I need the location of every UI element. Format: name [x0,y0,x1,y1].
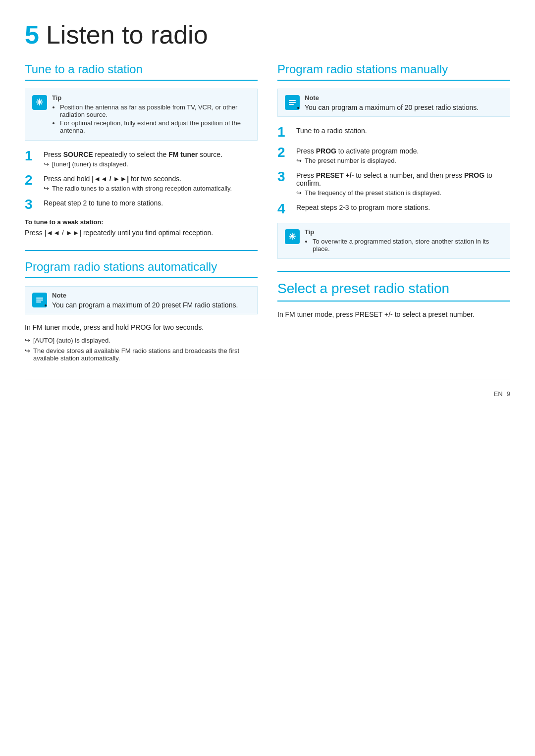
svg-text:✳: ✳ [288,232,296,242]
manual-steps: 1 Tune to a radio station. 2 Press PROG … [277,125,510,217]
tune-tip-content: Tip Position the antenna as far as possi… [52,94,250,135]
svg-rect-4 [289,100,296,101]
manual-step-1-num: 1 [277,125,291,140]
manual-note-label: Note [305,94,503,101]
svg-text:✳: ✳ [36,98,43,107]
auto-note-item-1: You can program a maximum of 20 preset F… [52,301,250,309]
auto-paragraph-1: In FM tuner mode, press and hold PROG fo… [25,322,258,333]
asterisk-icon: ✳ [35,98,45,107]
tune-tip-item-1: Position the antenna as far as possible … [60,103,250,118]
manual-step-1: 1 Tune to a radio station. [277,125,510,140]
auto-arrow-2: ↪ The device stores all available FM rad… [25,347,258,362]
weak-station-text: Press |◄◄ / ►►| repeatedly until you fin… [25,228,258,238]
svg-rect-1 [36,298,43,299]
manual-note-item-1: You can program a maximum of 20 preset r… [305,103,503,111]
select-section: Select a preset radio station In FM tune… [277,280,510,320]
tune-step-2-content: Press and hold |◄◄ / ►►| for two seconds… [44,173,232,192]
auto-section-heading: Program radio stations automatically [25,259,258,278]
auto-section-divider [25,250,258,251]
manual-step-3-content: Press PRESET +/- to select a number, and… [296,169,510,197]
auto-note-list: You can program a maximum of 20 preset F… [52,301,250,309]
manual-step-3-arrow: ↪ The frequency of the preset station is… [296,189,510,197]
tune-step-2-arrow: ↪ The radio tunes to a station with stro… [44,185,232,192]
manual-tip-icon: ✳ [285,229,300,244]
tune-tip-list: Position the antenna as far as possible … [52,103,250,134]
chapter-title: Listen to radio [46,20,208,49]
manual-step-2-arrow: ↪ The preset number is displayed. [296,157,419,164]
select-paragraph: In FM tuner mode, press PRESET +/- to se… [277,309,510,320]
auto-note-box: Note You can program a maximum of 20 pre… [25,286,258,314]
tune-step-3-num: 3 [25,197,39,212]
manual-step-1-content: Tune to a radio station. [296,125,367,135]
footer: EN 9 [25,380,510,398]
tune-steps: 1 Press SOURCE repeatedly to select the … [25,149,258,212]
left-column: Tune to a radio station ✳ Tip Position t… [25,61,258,365]
manual-step-2: 2 Press PROG to activate program mode. ↪… [277,145,510,164]
tune-section: Tune to a radio station ✳ Tip Position t… [25,61,258,238]
manual-step-3: 3 Press PRESET +/- to select a number, a… [277,169,510,197]
select-section-heading: Select a preset radio station [277,280,510,302]
chapter-number: 5 [25,20,39,49]
tune-step-3: 3 Repeat step 2 to tune to more stations… [25,197,258,212]
right-column: Program radio stations manually Note You… [277,61,510,365]
footer-lang: EN [494,390,503,398]
manual-tip-list: To overwrite a programmed station, store… [305,238,503,252]
note-lines-icon [35,295,45,305]
tune-tip-box: ✳ Tip Position the antenna as far as pos… [25,89,258,141]
auto-note-content: Note You can program a maximum of 20 pre… [52,292,250,309]
auto-arrow-1: ↪ [AUTO] (auto) is displayed. [25,337,258,344]
svg-rect-3 [36,302,41,302]
tune-step-1-arrow: ↪ [tuner] (tuner) is displayed. [44,160,222,168]
manual-step-3-num: 3 [277,169,291,185]
weak-station-title: To tune to a weak station: [25,218,258,226]
manual-tip-content: Tip To overwrite a programmed station, s… [305,228,503,253]
footer-page: 9 [507,390,510,398]
tune-step-2-num: 2 [25,173,39,188]
manual-tip-item-1: To overwrite a programmed station, store… [313,238,503,252]
tune-tip-item-2: For optimal reception, fully extend and … [60,119,250,134]
manual-step-4-content: Repeat steps 2-3 to program more station… [296,202,430,211]
tune-step-1-content: Press SOURCE repeatedly to select the FM… [44,149,222,168]
manual-tip-box: ✳ Tip To overwrite a programmed station,… [277,223,510,259]
select-section-divider [277,271,510,272]
auto-note-label: Note [52,292,250,299]
manual-step-4-num: 4 [277,202,291,217]
manual-step-2-num: 2 [277,145,291,160]
tune-step-1-num: 1 [25,149,39,164]
tune-section-heading: Tune to a radio station [25,61,258,81]
manual-section-heading: Program radio stations manually [277,61,510,81]
note-lines-icon-2 [287,98,297,107]
tune-step-3-content: Repeat step 2 to tune to more stations. [44,197,163,207]
tune-tip-icon: ✳ [32,95,47,110]
svg-rect-5 [289,102,296,103]
manual-tip-label: Tip [305,228,503,236]
tune-tip-label: Tip [52,94,250,101]
auto-section: Program radio stations automatically Not… [25,259,258,362]
manual-note-box: Note You can program a maximum of 20 pre… [277,89,510,117]
asterisk-icon-2: ✳ [287,232,297,242]
page-title: 5Listen to radio [25,20,510,50]
tune-step-1: 1 Press SOURCE repeatedly to select the … [25,149,258,168]
tune-step-2: 2 Press and hold |◄◄ / ►►| for two secon… [25,173,258,192]
manual-step-2-content: Press PROG to activate program mode. ↪ T… [296,145,419,164]
svg-rect-6 [289,104,294,105]
manual-note-content: Note You can program a maximum of 20 pre… [305,94,503,111]
manual-step-4: 4 Repeat steps 2-3 to program more stati… [277,202,510,217]
svg-rect-2 [36,300,43,301]
manual-note-list: You can program a maximum of 20 preset r… [305,103,503,111]
manual-section: Program radio stations manually Note You… [277,61,510,259]
